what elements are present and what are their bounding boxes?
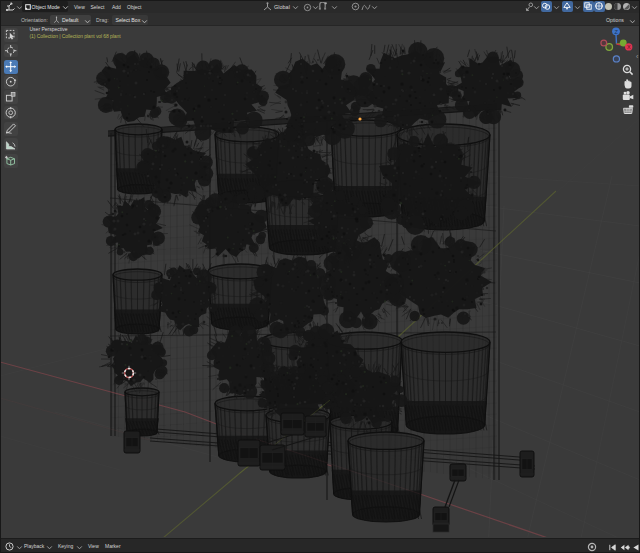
svg-text:X: X: [627, 44, 631, 50]
